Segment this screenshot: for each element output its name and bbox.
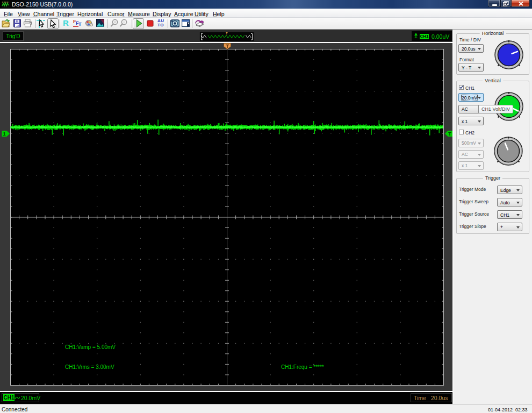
- svg-text:T: T: [78, 22, 82, 27]
- svg-text:CH1:Vamp = 5.00mV: CH1:Vamp = 5.00mV: [65, 344, 116, 350]
- svg-text:CH1:Frequ = *****: CH1:Frequ = *****: [281, 364, 324, 370]
- svg-text:1: 1: [3, 131, 5, 137]
- svg-text:T: T: [448, 131, 451, 137]
- svg-text:CH1:Vrms = 3.00mV: CH1:Vrms = 3.00mV: [65, 364, 114, 370]
